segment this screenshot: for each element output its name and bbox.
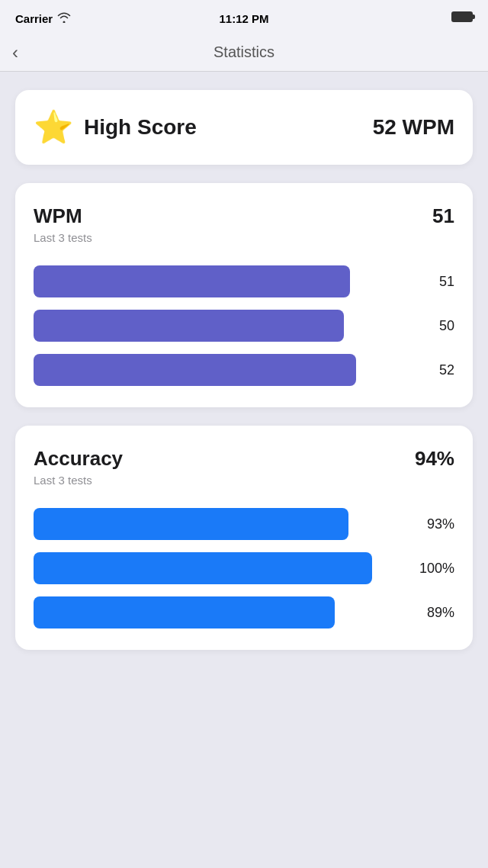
carrier-label: Carrier [15, 12, 53, 25]
bar-value: 52 [418, 362, 454, 378]
bar-container [34, 354, 406, 386]
accuracy-card: Accuracy 94% Last 3 tests 93% 100% 89% [15, 426, 473, 650]
wpm-header: WPM 51 [34, 204, 454, 228]
high-score-left: ⭐ High Score [34, 111, 197, 143]
bar-container [34, 310, 406, 342]
bar [34, 596, 335, 628]
bar [34, 310, 344, 342]
back-button[interactable]: ‹ [12, 42, 18, 63]
accuracy-bars: 93% 100% 89% [34, 508, 454, 628]
bar-value: 100% [418, 561, 454, 577]
wpm-value: 51 [432, 204, 454, 228]
high-score-value: 52 WPM [373, 115, 454, 140]
bar-row: 51 [34, 265, 454, 297]
bar-value: 89% [418, 605, 454, 621]
accuracy-value: 94% [415, 447, 454, 471]
bar-row: 93% [34, 508, 454, 540]
status-time: 11:12 PM [219, 12, 268, 25]
status-bar: Carrier 11:12 PM [0, 0, 488, 34]
wpm-label: WPM [34, 204, 82, 228]
wpm-bars: 51 50 52 [34, 265, 454, 386]
bar-value: 50 [418, 318, 454, 334]
page-title: Statistics [214, 43, 274, 61]
high-score-label: High Score [84, 115, 197, 140]
bar [34, 508, 348, 540]
wifi-icon [57, 12, 71, 25]
wpm-sublabel: Last 3 tests [34, 231, 454, 244]
accuracy-header: Accuracy 94% [34, 447, 454, 471]
nav-bar: ‹ Statistics [0, 34, 488, 72]
bar-row: 89% [34, 596, 454, 628]
status-left: Carrier [15, 12, 71, 25]
bar [34, 265, 350, 297]
wpm-card: WPM 51 Last 3 tests 51 50 52 [15, 183, 473, 407]
bar-value: 93% [418, 516, 454, 532]
bar-value: 51 [418, 274, 454, 290]
battery-icon [451, 11, 473, 25]
bar [34, 354, 356, 386]
bar-container [34, 265, 406, 297]
high-score-card: ⭐ High Score 52 WPM [15, 90, 473, 165]
bar [34, 552, 372, 584]
main-content: ⭐ High Score 52 WPM WPM 51 Last 3 tests … [0, 72, 488, 668]
accuracy-label: Accuracy [34, 447, 123, 471]
star-icon: ⭐ [34, 111, 73, 143]
accuracy-sublabel: Last 3 tests [34, 474, 454, 487]
bar-row: 52 [34, 354, 454, 386]
bar-row: 50 [34, 310, 454, 342]
bar-container [34, 596, 406, 628]
bar-row: 100% [34, 552, 454, 584]
bar-container [34, 552, 406, 584]
bar-container [34, 508, 406, 540]
